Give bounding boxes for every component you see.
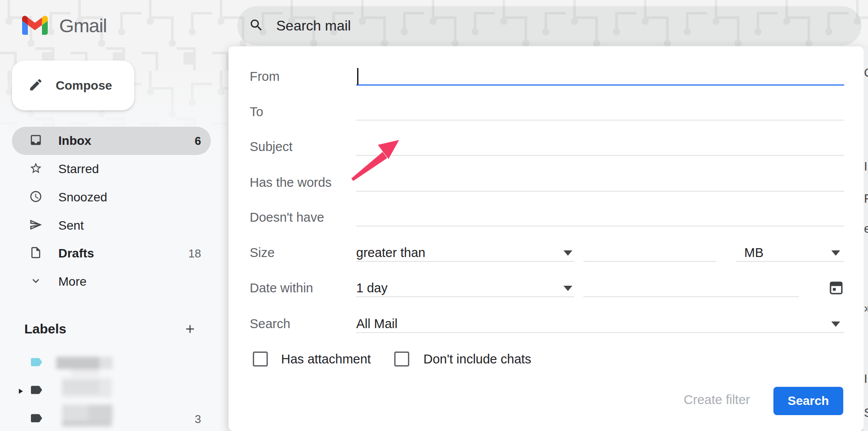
- compose-button[interactable]: Compose: [12, 60, 134, 110]
- draft-count: 18: [188, 247, 201, 261]
- pencil-icon: [28, 77, 43, 94]
- doesnt-have-label: Doesn't have: [250, 210, 324, 225]
- size-operator-select[interactable]: greater than: [356, 246, 425, 260]
- clipped-text-fragment: S: [864, 406, 868, 420]
- background-content-sliver: C I F e » I S: [864, 46, 868, 431]
- annotation-arrow-icon: [348, 136, 403, 181]
- expand-arrow-icon[interactable]: [16, 387, 25, 397]
- sidebar-item-inbox[interactable]: Inbox 6: [12, 127, 211, 155]
- sidebar-item-starred[interactable]: Starred: [12, 155, 211, 183]
- label-tag-icon-dark: [29, 383, 43, 399]
- label-count: 3: [195, 412, 201, 426]
- date-within-label: Date within: [250, 281, 313, 295]
- clipped-text-fragment: I: [864, 372, 868, 386]
- clipped-text-fragment: e: [864, 222, 868, 236]
- label-tag-icon-dark: [29, 411, 43, 427]
- subject-label: Subject: [250, 140, 293, 154]
- add-label-button[interactable]: [183, 322, 197, 337]
- dropdown-caret-icon[interactable]: [831, 321, 840, 327]
- unread-count: 6: [195, 134, 201, 148]
- advanced-search-panel: From To Subject Has the words Doesn't ha…: [228, 46, 864, 431]
- size-operator-underline: [356, 261, 574, 262]
- labels-heading: Labels: [24, 321, 66, 336]
- from-input[interactable]: [356, 84, 844, 86]
- has-attachment-label: Has attachment: [281, 352, 371, 367]
- dont-include-chats-checkbox[interactable]: [394, 352, 409, 367]
- to-label: To: [250, 105, 263, 119]
- sidebar-item-label: More: [58, 275, 87, 289]
- clipped-text-fragment: C: [864, 66, 868, 80]
- calendar-icon[interactable]: [830, 280, 843, 296]
- to-input[interactable]: [356, 120, 844, 121]
- create-filter-button[interactable]: Create filter: [673, 386, 761, 414]
- clipped-text-fragment: I: [864, 160, 868, 174]
- dropdown-caret-icon[interactable]: [563, 250, 572, 256]
- text-cursor: [357, 68, 358, 85]
- gmail-logo: Gmail: [22, 13, 107, 38]
- has-attachment-checkbox[interactable]: [253, 352, 268, 367]
- sidebar-item-snoozed[interactable]: Snoozed: [12, 183, 211, 212]
- sidebar-item-label: Sent: [58, 219, 84, 233]
- dropdown-caret-icon[interactable]: [563, 286, 572, 291]
- clipped-text-fragment: »: [864, 302, 868, 315]
- sidebar-item-label: Starred: [58, 162, 99, 176]
- inbox-icon: [29, 133, 42, 148]
- search-input[interactable]: Search mail: [276, 18, 351, 34]
- subject-input[interactable]: [356, 155, 844, 156]
- send-icon: [29, 218, 42, 233]
- search-icon[interactable]: [249, 18, 264, 34]
- clock-icon: [29, 190, 42, 205]
- sidebar-item-more[interactable]: More: [12, 268, 211, 296]
- dont-include-chats-label: Don't include chats: [423, 352, 531, 367]
- search-button[interactable]: Search: [773, 387, 843, 415]
- star-icon: [29, 162, 42, 177]
- search-bar[interactable]: Search mail: [237, 6, 861, 45]
- sidebar-item-label: Drafts: [58, 246, 94, 261]
- date-range-underline: [356, 296, 574, 297]
- chevron-down-icon: [29, 274, 42, 289]
- search-scope-underline: [356, 332, 844, 333]
- redacted-label-names: [49, 351, 146, 431]
- size-unit-select[interactable]: MB: [744, 246, 764, 260]
- draft-file-icon: [29, 246, 42, 261]
- label-tag-icon-teal: [29, 355, 43, 371]
- from-label: From: [250, 69, 280, 84]
- gmail-wordmark: Gmail: [59, 15, 107, 37]
- sidebar-item-drafts[interactable]: Drafts 18: [12, 239, 211, 268]
- size-amount-input[interactable]: [583, 261, 716, 262]
- sidebar-item-label: Snoozed: [58, 190, 107, 204]
- size-label: Size: [250, 246, 274, 260]
- labels-section-header: Labels: [12, 315, 211, 343]
- sidebar-item-label: Inbox: [58, 134, 91, 148]
- date-range-select[interactable]: 1 day: [356, 281, 388, 295]
- compose-label: Compose: [56, 79, 112, 93]
- search-scope-select[interactable]: All Mail: [356, 317, 397, 331]
- gmail-m-icon: [22, 15, 48, 37]
- gmail-app: Gmail Search mail Compose Inbox 6 Starre…: [0, 0, 868, 431]
- clipped-text-fragment: F: [864, 192, 868, 206]
- sidebar-item-sent[interactable]: Sent: [12, 212, 211, 240]
- search-scope-label: Search: [250, 317, 290, 331]
- doesnt-have-input[interactable]: [356, 226, 844, 227]
- size-unit-underline: [736, 261, 844, 262]
- has-words-label: Has the words: [250, 175, 331, 190]
- date-input[interactable]: [583, 296, 799, 297]
- dropdown-caret-icon[interactable]: [831, 250, 840, 256]
- has-words-input[interactable]: [356, 191, 844, 192]
